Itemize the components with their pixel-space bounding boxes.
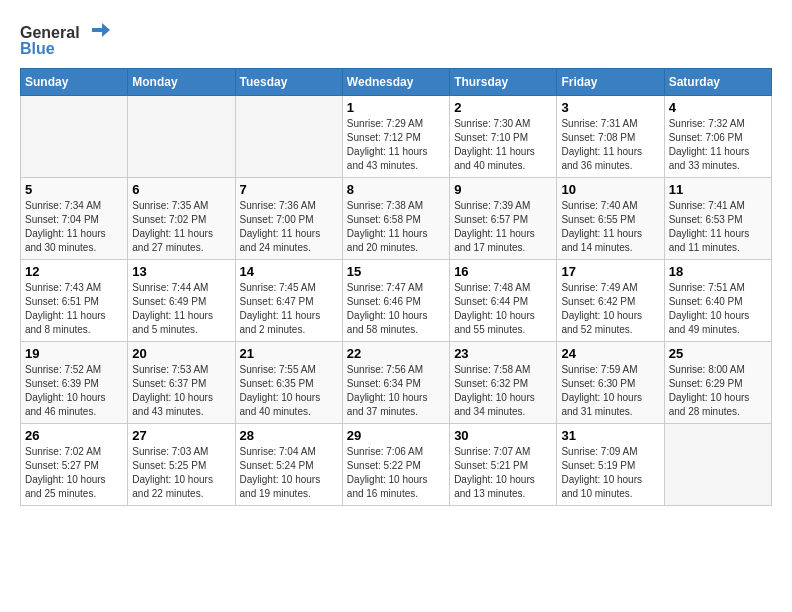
calendar-header-friday: Friday (557, 69, 664, 96)
calendar-week-row: 12Sunrise: 7:43 AMSunset: 6:51 PMDayligh… (21, 260, 772, 342)
day-info: Sunrise: 7:45 AMSunset: 6:47 PMDaylight:… (240, 281, 338, 337)
day-number: 3 (561, 100, 659, 115)
calendar-cell: 3Sunrise: 7:31 AMSunset: 7:08 PMDaylight… (557, 96, 664, 178)
calendar-cell: 5Sunrise: 7:34 AMSunset: 7:04 PMDaylight… (21, 178, 128, 260)
calendar-header-thursday: Thursday (450, 69, 557, 96)
day-info: Sunrise: 7:29 AMSunset: 7:12 PMDaylight:… (347, 117, 445, 173)
day-info: Sunrise: 7:56 AMSunset: 6:34 PMDaylight:… (347, 363, 445, 419)
calendar-cell: 8Sunrise: 7:38 AMSunset: 6:58 PMDaylight… (342, 178, 449, 260)
svg-text:General: General (20, 24, 80, 41)
day-number: 5 (25, 182, 123, 197)
calendar-week-row: 19Sunrise: 7:52 AMSunset: 6:39 PMDayligh… (21, 342, 772, 424)
calendar-table: SundayMondayTuesdayWednesdayThursdayFrid… (20, 68, 772, 506)
calendar-header-sunday: Sunday (21, 69, 128, 96)
calendar-cell: 11Sunrise: 7:41 AMSunset: 6:53 PMDayligh… (664, 178, 771, 260)
calendar-cell: 6Sunrise: 7:35 AMSunset: 7:02 PMDaylight… (128, 178, 235, 260)
day-info: Sunrise: 7:49 AMSunset: 6:42 PMDaylight:… (561, 281, 659, 337)
calendar-cell: 24Sunrise: 7:59 AMSunset: 6:30 PMDayligh… (557, 342, 664, 424)
day-number: 27 (132, 428, 230, 443)
calendar-cell: 22Sunrise: 7:56 AMSunset: 6:34 PMDayligh… (342, 342, 449, 424)
svg-marker-2 (92, 23, 110, 37)
calendar-cell: 28Sunrise: 7:04 AMSunset: 5:24 PMDayligh… (235, 424, 342, 506)
day-info: Sunrise: 7:09 AMSunset: 5:19 PMDaylight:… (561, 445, 659, 501)
day-info: Sunrise: 7:59 AMSunset: 6:30 PMDaylight:… (561, 363, 659, 419)
calendar-header-tuesday: Tuesday (235, 69, 342, 96)
calendar-cell: 31Sunrise: 7:09 AMSunset: 5:19 PMDayligh… (557, 424, 664, 506)
day-number: 10 (561, 182, 659, 197)
day-info: Sunrise: 7:43 AMSunset: 6:51 PMDaylight:… (25, 281, 123, 337)
calendar-cell: 12Sunrise: 7:43 AMSunset: 6:51 PMDayligh… (21, 260, 128, 342)
day-number: 30 (454, 428, 552, 443)
calendar-cell: 10Sunrise: 7:40 AMSunset: 6:55 PMDayligh… (557, 178, 664, 260)
day-number: 18 (669, 264, 767, 279)
day-number: 14 (240, 264, 338, 279)
day-number: 2 (454, 100, 552, 115)
calendar-cell: 20Sunrise: 7:53 AMSunset: 6:37 PMDayligh… (128, 342, 235, 424)
logo: General Blue (20, 20, 110, 58)
day-number: 6 (132, 182, 230, 197)
day-info: Sunrise: 7:41 AMSunset: 6:53 PMDaylight:… (669, 199, 767, 255)
calendar-cell: 15Sunrise: 7:47 AMSunset: 6:46 PMDayligh… (342, 260, 449, 342)
calendar-week-row: 1Sunrise: 7:29 AMSunset: 7:12 PMDaylight… (21, 96, 772, 178)
calendar-cell: 29Sunrise: 7:06 AMSunset: 5:22 PMDayligh… (342, 424, 449, 506)
day-number: 20 (132, 346, 230, 361)
day-number: 17 (561, 264, 659, 279)
day-info: Sunrise: 7:07 AMSunset: 5:21 PMDaylight:… (454, 445, 552, 501)
calendar-cell: 18Sunrise: 7:51 AMSunset: 6:40 PMDayligh… (664, 260, 771, 342)
day-info: Sunrise: 7:02 AMSunset: 5:27 PMDaylight:… (25, 445, 123, 501)
day-number: 23 (454, 346, 552, 361)
day-info: Sunrise: 8:00 AMSunset: 6:29 PMDaylight:… (669, 363, 767, 419)
day-info: Sunrise: 7:58 AMSunset: 6:32 PMDaylight:… (454, 363, 552, 419)
calendar-header-row: SundayMondayTuesdayWednesdayThursdayFrid… (21, 69, 772, 96)
calendar-cell: 13Sunrise: 7:44 AMSunset: 6:49 PMDayligh… (128, 260, 235, 342)
day-number: 19 (25, 346, 123, 361)
day-number: 22 (347, 346, 445, 361)
calendar-cell: 17Sunrise: 7:49 AMSunset: 6:42 PMDayligh… (557, 260, 664, 342)
day-info: Sunrise: 7:36 AMSunset: 7:00 PMDaylight:… (240, 199, 338, 255)
day-number: 1 (347, 100, 445, 115)
calendar-cell: 4Sunrise: 7:32 AMSunset: 7:06 PMDaylight… (664, 96, 771, 178)
day-number: 25 (669, 346, 767, 361)
day-info: Sunrise: 7:40 AMSunset: 6:55 PMDaylight:… (561, 199, 659, 255)
day-number: 29 (347, 428, 445, 443)
calendar-cell: 26Sunrise: 7:02 AMSunset: 5:27 PMDayligh… (21, 424, 128, 506)
day-number: 16 (454, 264, 552, 279)
calendar-cell: 19Sunrise: 7:52 AMSunset: 6:39 PMDayligh… (21, 342, 128, 424)
day-info: Sunrise: 7:35 AMSunset: 7:02 PMDaylight:… (132, 199, 230, 255)
day-number: 31 (561, 428, 659, 443)
calendar-cell: 27Sunrise: 7:03 AMSunset: 5:25 PMDayligh… (128, 424, 235, 506)
day-number: 7 (240, 182, 338, 197)
calendar-cell (664, 424, 771, 506)
calendar-header-saturday: Saturday (664, 69, 771, 96)
calendar-cell (235, 96, 342, 178)
calendar-header-monday: Monday (128, 69, 235, 96)
day-info: Sunrise: 7:06 AMSunset: 5:22 PMDaylight:… (347, 445, 445, 501)
calendar-cell: 1Sunrise: 7:29 AMSunset: 7:12 PMDaylight… (342, 96, 449, 178)
calendar-cell: 7Sunrise: 7:36 AMSunset: 7:00 PMDaylight… (235, 178, 342, 260)
calendar-cell (21, 96, 128, 178)
calendar-cell (128, 96, 235, 178)
day-info: Sunrise: 7:55 AMSunset: 6:35 PMDaylight:… (240, 363, 338, 419)
day-number: 26 (25, 428, 123, 443)
day-info: Sunrise: 7:04 AMSunset: 5:24 PMDaylight:… (240, 445, 338, 501)
day-number: 11 (669, 182, 767, 197)
day-number: 13 (132, 264, 230, 279)
day-info: Sunrise: 7:44 AMSunset: 6:49 PMDaylight:… (132, 281, 230, 337)
day-number: 21 (240, 346, 338, 361)
day-info: Sunrise: 7:53 AMSunset: 6:37 PMDaylight:… (132, 363, 230, 419)
day-info: Sunrise: 7:03 AMSunset: 5:25 PMDaylight:… (132, 445, 230, 501)
calendar-cell: 2Sunrise: 7:30 AMSunset: 7:10 PMDaylight… (450, 96, 557, 178)
logo-icon: General Blue (20, 20, 110, 58)
day-info: Sunrise: 7:31 AMSunset: 7:08 PMDaylight:… (561, 117, 659, 173)
day-number: 9 (454, 182, 552, 197)
calendar-cell: 9Sunrise: 7:39 AMSunset: 6:57 PMDaylight… (450, 178, 557, 260)
calendar-cell: 14Sunrise: 7:45 AMSunset: 6:47 PMDayligh… (235, 260, 342, 342)
day-number: 12 (25, 264, 123, 279)
calendar-week-row: 26Sunrise: 7:02 AMSunset: 5:27 PMDayligh… (21, 424, 772, 506)
day-info: Sunrise: 7:47 AMSunset: 6:46 PMDaylight:… (347, 281, 445, 337)
day-info: Sunrise: 7:38 AMSunset: 6:58 PMDaylight:… (347, 199, 445, 255)
page-header: General Blue (20, 20, 772, 58)
day-info: Sunrise: 7:34 AMSunset: 7:04 PMDaylight:… (25, 199, 123, 255)
day-info: Sunrise: 7:51 AMSunset: 6:40 PMDaylight:… (669, 281, 767, 337)
calendar-cell: 16Sunrise: 7:48 AMSunset: 6:44 PMDayligh… (450, 260, 557, 342)
